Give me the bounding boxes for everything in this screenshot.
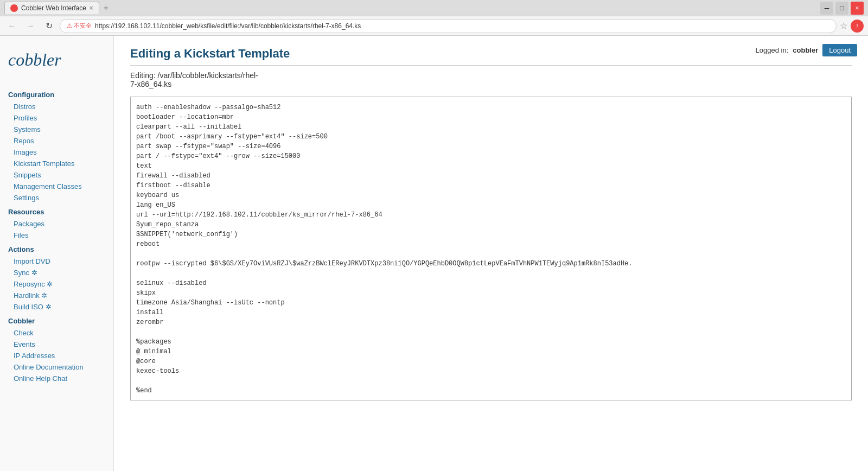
editing-path: Editing: /var/lib/cobbler/kickstarts/rhe… bbox=[130, 71, 852, 80]
sidebar-item-kickstart[interactable]: Kickstart Templates bbox=[0, 158, 113, 169]
username: cobbler bbox=[793, 46, 818, 54]
sidebar-item-online-chat[interactable]: Online Help Chat bbox=[0, 373, 113, 384]
tab-close-button[interactable]: × bbox=[90, 4, 93, 12]
close-button[interactable]: × bbox=[851, 2, 864, 15]
sidebar-item-files[interactable]: Files bbox=[0, 230, 113, 241]
shield-button[interactable]: ! bbox=[851, 20, 864, 33]
sidebar-item-distros[interactable]: Distros bbox=[0, 101, 113, 112]
sidebar-item-events[interactable]: Events bbox=[0, 339, 113, 350]
main-content: Logged in: cobbler Logout Editing a Kick… bbox=[114, 36, 868, 471]
sidebar-section-actions: Actions bbox=[0, 241, 113, 256]
logo-svg: cobbler bbox=[8, 47, 73, 74]
maximize-button[interactable]: □ bbox=[835, 2, 848, 15]
sidebar-item-images[interactable]: Images bbox=[0, 147, 113, 158]
svg-text:cobbler: cobbler bbox=[8, 50, 61, 69]
sidebar-item-online-docs[interactable]: Online Documentation bbox=[0, 361, 113, 373]
logout-button[interactable]: Logout bbox=[822, 44, 857, 56]
sidebar-section-cobbler: Cobbler bbox=[0, 313, 113, 327]
template-textarea[interactable]: auth --enableshadow --passalgo=sha512 bo… bbox=[130, 97, 852, 400]
sidebar-item-check[interactable]: Check bbox=[0, 327, 113, 339]
forward-button[interactable]: → bbox=[23, 18, 38, 34]
tab-title: Cobbler Web Interface bbox=[21, 4, 86, 12]
sidebar-item-snippets[interactable]: Snippets bbox=[0, 169, 113, 181]
sidebar: cobbler Configuration Distros Profiles S… bbox=[0, 36, 114, 471]
page: cobbler Configuration Distros Profiles S… bbox=[0, 36, 868, 471]
sidebar-item-build-iso[interactable]: Build ISO ✲ bbox=[0, 301, 113, 313]
browser-tab[interactable]: Cobbler Web Interface × bbox=[4, 2, 99, 14]
refresh-button[interactable]: ↻ bbox=[41, 18, 56, 34]
back-button[interactable]: ← bbox=[4, 18, 20, 34]
address-bar[interactable]: ⚠ 不安全 https://192.168.102.11/cobbler_web… bbox=[60, 19, 837, 33]
sidebar-item-sync[interactable]: Sync ✲ bbox=[0, 267, 113, 278]
new-tab-button[interactable]: + bbox=[104, 3, 108, 13]
browser-titlebar: Cobbler Web Interface × + ─ □ × bbox=[0, 0, 868, 16]
sidebar-section-configuration: Configuration bbox=[0, 86, 113, 101]
bookmark-button[interactable]: ☆ bbox=[840, 21, 847, 31]
sidebar-item-systems[interactable]: Systems bbox=[0, 124, 113, 135]
page-title: Editing a Kickstart Template bbox=[130, 47, 852, 66]
sidebar-section-resources: Resources bbox=[0, 203, 113, 218]
sidebar-item-import-dvd[interactable]: Import DVD bbox=[0, 256, 113, 267]
sidebar-item-packages[interactable]: Packages bbox=[0, 218, 113, 230]
logged-in-label: Logged in: bbox=[756, 46, 789, 54]
sidebar-item-profiles[interactable]: Profiles bbox=[0, 112, 113, 124]
cobbler-logo: cobbler bbox=[0, 41, 113, 86]
editing-filename: 7-x86_64.ks bbox=[130, 80, 852, 88]
header-right: Logged in: cobbler Logout bbox=[756, 44, 857, 56]
minimize-button[interactable]: ─ bbox=[820, 2, 833, 15]
window-controls: ─ □ × bbox=[820, 2, 864, 15]
url-text: https://192.168.102.11/cobbler_web/ksfil… bbox=[95, 22, 361, 30]
sidebar-item-mgmt[interactable]: Management Classes bbox=[0, 181, 113, 192]
browser-toolbar: ← → ↻ ⚠ 不安全 https://192.168.102.11/cobbl… bbox=[0, 16, 868, 36]
sidebar-item-hardlink[interactable]: Hardlink ✲ bbox=[0, 290, 113, 301]
sidebar-item-ip[interactable]: IP Addresses bbox=[0, 350, 113, 361]
sidebar-item-settings[interactable]: Settings bbox=[0, 192, 113, 203]
tab-favicon bbox=[10, 4, 18, 12]
sidebar-item-repos[interactable]: Repos bbox=[0, 135, 113, 147]
sidebar-item-reposync[interactable]: Reposync ✲ bbox=[0, 278, 113, 290]
security-warning-icon: ⚠ 不安全 bbox=[67, 22, 92, 30]
